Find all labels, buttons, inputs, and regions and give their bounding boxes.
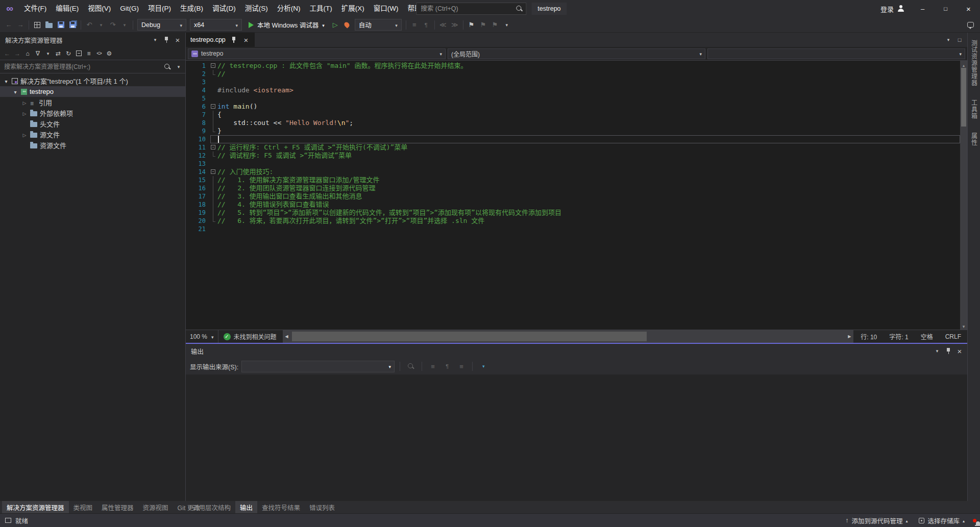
redo-caret-icon[interactable] (119, 19, 130, 31)
collapse-region-icon[interactable] (211, 169, 215, 174)
navigate-back-icon[interactable] (3, 19, 14, 31)
document-tab[interactable]: testrepo.cpp (186, 33, 255, 47)
collapse-all-icon[interactable] (74, 48, 84, 59)
filter-icon[interactable] (33, 48, 43, 59)
scroll-up-icon[interactable] (960, 61, 967, 68)
redo-icon[interactable] (107, 19, 118, 31)
menu-item[interactable]: Git(G) (115, 3, 143, 15)
tree-item[interactable]: 源文件 (0, 129, 185, 140)
document-list-icon[interactable] (943, 34, 954, 45)
dock-tab[interactable]: 输出 (235, 501, 257, 513)
dock-tab[interactable]: 调用层次结构 (188, 501, 235, 513)
code-line[interactable]: 9} (186, 127, 960, 135)
tab-close-icon[interactable] (242, 36, 250, 44)
filter-caret-icon[interactable] (43, 48, 53, 59)
code-line[interactable]: 6int main() (186, 103, 960, 111)
expander-icon[interactable] (21, 98, 28, 106)
nav-scope-combo[interactable]: (全局范围) (448, 48, 705, 59)
menu-item[interactable]: 分析(N) (273, 3, 305, 15)
autoscroll-icon[interactable] (478, 361, 489, 372)
code-line[interactable]: 3 (186, 78, 960, 86)
code-editor[interactable]: 1// testrepo.cpp : 此文件包含 "main" 函数。程序执行将… (186, 61, 967, 330)
dock-tab[interactable]: 错误列表 (305, 501, 339, 513)
horizontal-scrollbar[interactable] (283, 330, 854, 343)
solution-search-box[interactable] (0, 60, 185, 73)
window-position-icon[interactable] (150, 34, 161, 45)
dock-tab[interactable]: 类视图 (69, 501, 97, 513)
dock-tab[interactable]: 属性管理器 (97, 501, 138, 513)
expander-icon[interactable] (21, 131, 28, 138)
code-line[interactable]: 11// 运行程序: Ctrl + F5 或调试 >“开始执行(不调试)”菜单 (186, 143, 960, 152)
code-line[interactable]: 13 (186, 160, 960, 168)
collapse-region-icon[interactable] (211, 104, 215, 109)
sync-with-active-document-icon[interactable] (53, 48, 63, 59)
configuration-combo[interactable]: Debug (137, 19, 186, 31)
hscroll-track[interactable] (291, 330, 846, 343)
code-line[interactable]: 1// testrepo.cpp : 此文件包含 "main" 函数。程序执行将… (186, 62, 960, 70)
fold-margin[interactable] (209, 103, 217, 111)
code-line[interactable]: 4#include <iostream> (186, 86, 960, 94)
char-indicator[interactable]: 字符: 1 (883, 332, 914, 341)
code-line[interactable]: 19// 5. 转到“项目”>“添加新项”以创建新的代码文件，或转到“项目”>“… (186, 209, 960, 217)
zoom-combo[interactable]: 100 % (186, 330, 218, 343)
code-line[interactable]: 8 std::cout << "Hello World!\n"; (186, 119, 960, 127)
code-line[interactable]: 5 (186, 94, 960, 103)
pin-icon[interactable] (943, 345, 954, 357)
next-bookmark-icon[interactable] (489, 19, 501, 31)
menu-item[interactable]: 项目(P) (143, 3, 176, 15)
home-icon[interactable] (22, 48, 33, 59)
tree-item[interactable]: 头文件 (0, 118, 185, 129)
tree-item[interactable]: 引用 (0, 97, 185, 108)
indent-icon[interactable] (449, 19, 460, 31)
dock-tab[interactable]: 资源视图 (138, 501, 173, 513)
code-line[interactable]: 21 (186, 225, 960, 233)
menu-item[interactable]: 生成(B) (176, 3, 208, 15)
nav-member-combo[interactable] (707, 48, 965, 59)
code-line[interactable]: 15// 1. 使用解决方案资源管理器窗口添加/管理文件 (186, 176, 960, 184)
code-line[interactable]: 7{ (186, 111, 960, 119)
navigate-forward-icon[interactable] (15, 19, 26, 31)
side-tab[interactable]: 工具箱 (970, 97, 978, 121)
code-line[interactable]: 16// 2. 使用团队资源管理器窗口连接到源代码管理 (186, 184, 960, 192)
collapse-region-icon[interactable] (211, 145, 215, 149)
messages-icon[interactable] (456, 361, 467, 372)
output-source-combo[interactable] (241, 361, 395, 372)
side-tab[interactable]: 属性 (970, 131, 978, 148)
menu-item[interactable]: 视图(V) (83, 3, 115, 15)
clear-all-icon[interactable] (427, 361, 438, 372)
tree-item[interactable]: 资源文件 (0, 140, 185, 150)
nav-project-combo[interactable]: testrepo (188, 48, 446, 59)
visual-studio-logo-icon[interactable]: ∞ (0, 3, 19, 14)
close-icon[interactable] (172, 34, 183, 45)
menu-item[interactable]: 窗口(W) (369, 3, 403, 15)
show-all-files-icon[interactable] (84, 48, 94, 59)
scroll-left-icon[interactable] (283, 333, 291, 341)
code-line[interactable]: 2// (186, 70, 960, 78)
hscroll-thumb[interactable] (292, 332, 647, 341)
fold-margin[interactable] (209, 62, 217, 70)
code-line[interactable]: 17// 3. 使用输出窗口查看生成输出和其他消息 (186, 192, 960, 200)
space-indicator[interactable]: 空格 (915, 332, 939, 341)
tree-item[interactable]: testrepo (0, 86, 185, 97)
comment-icon[interactable] (409, 19, 420, 31)
code-line[interactable]: 14// 入门使用技巧: (186, 168, 960, 176)
show-whitespace-icon[interactable] (421, 19, 432, 31)
fold-margin[interactable] (209, 168, 217, 176)
hot-reload-icon[interactable] (341, 19, 353, 31)
tree-item[interactable]: 外部依赖项 (0, 108, 185, 118)
code-line[interactable]: 20// 6. 将来，若要再次打开此项目，请转到“文件”>“打开”>“项目”并选… (186, 217, 960, 225)
sign-in-button[interactable]: 登录 (874, 4, 911, 14)
expander-icon[interactable] (12, 88, 18, 95)
menu-item[interactable]: 编辑(E) (51, 3, 83, 15)
solution-search-input[interactable] (4, 63, 162, 70)
float-window-icon[interactable] (954, 34, 965, 45)
view-code-icon[interactable] (94, 48, 104, 59)
fold-margin[interactable] (209, 143, 217, 152)
code-line[interactable]: 18// 4. 使用错误列表窗口查看错误 (186, 200, 960, 209)
close-button[interactable] (957, 0, 980, 17)
dock-tab[interactable]: 查找符号结果 (257, 501, 305, 513)
scrollbar-thumb[interactable] (961, 68, 966, 127)
scroll-right-icon[interactable] (845, 333, 853, 341)
tab-pin-icon[interactable] (230, 36, 238, 44)
outdent-icon[interactable] (437, 19, 449, 31)
